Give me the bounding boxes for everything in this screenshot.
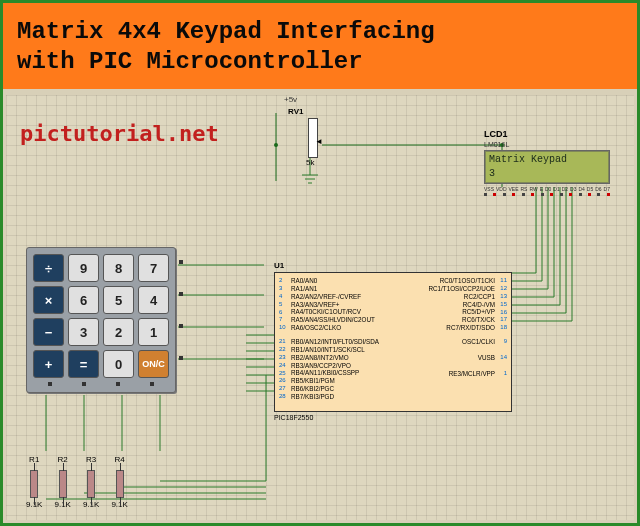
key-plus[interactable]: + — [33, 350, 64, 378]
keypad-col-pins — [33, 382, 169, 386]
title-banner: Matrix 4x4 Keypad Interfacing with PIC M… — [3, 3, 637, 89]
key-7[interactable]: 7 — [138, 254, 169, 282]
mcu-port-a: 2RA0/AN0 3RA1/AN1 4RA2/AN2/VREF-/CVREF 5… — [279, 277, 389, 332]
mcu-body: 2RA0/AN0 3RA1/AN1 4RA2/AN2/VREF-/CVREF 5… — [274, 272, 512, 412]
matrix-keypad: ÷ 9 8 7 × 6 5 4 − 3 2 1 + = 0 ON/C — [26, 247, 176, 393]
key-8[interactable]: 8 — [103, 254, 134, 282]
microcontroller: U1 2RA0/AN0 3RA1/AN1 4RA2/AN2/VREF-/CVRE… — [274, 261, 512, 421]
lcd-screen: Matrix Keypad 3 — [484, 150, 610, 184]
lcd-module: LCD1 LM016L Matrix Keypad 3 VSSVDDVEE RS… — [484, 129, 610, 196]
mcu-part: PIC18F2550 — [274, 414, 512, 421]
mcu-osc-misc: OSC1/CLKI9 VUSB14 RE3/MCLR/VPP1 — [397, 338, 507, 378]
mcu-port-c: RC0/T1OSO/T1CKI11 RC1/T1OSI/CCP2/UOE12 R… — [397, 277, 507, 332]
resistor-icon — [116, 470, 124, 498]
lcd-pin-dots — [484, 193, 610, 196]
key-divide[interactable]: ÷ — [33, 254, 64, 282]
resistor-icon — [87, 470, 95, 498]
rv1-value: 5k — [306, 158, 358, 167]
lcd-part: LM016L — [484, 141, 610, 148]
title-line-1: Matrix 4x4 Keypad Interfacing — [17, 17, 623, 47]
resistor-icon — [30, 470, 38, 498]
pulldown-resistors: R19.1K R29.1K R39.1K R49.1K — [26, 455, 128, 509]
watermark: pictutorial.net — [20, 121, 219, 146]
lcd-pin-labels: VSSVDDVEE RSRWE D0D1D2 D3D4D5 D6D7 — [484, 186, 610, 192]
key-5[interactable]: 5 — [103, 286, 134, 314]
lcd-ref: LCD1 — [484, 129, 610, 139]
resistor-icon — [59, 470, 67, 498]
keypad-row-pins — [179, 260, 183, 360]
key-6[interactable]: 6 — [68, 286, 99, 314]
pot-icon: ◄ — [308, 118, 318, 158]
key-0[interactable]: 0 — [103, 350, 134, 378]
title-line-2: with PIC Microcontroller — [17, 47, 623, 77]
vcc-label: +5v — [284, 95, 297, 104]
key-9[interactable]: 9 — [68, 254, 99, 282]
svg-point-38 — [274, 143, 278, 147]
key-multiply[interactable]: × — [33, 286, 64, 314]
mcu-port-b: 21RB0/AN12/INT0/FLT0/SDI/SDA 22RB1/AN10/… — [279, 338, 389, 401]
key-3[interactable]: 3 — [68, 318, 99, 346]
key-minus[interactable]: − — [33, 318, 64, 346]
key-4[interactable]: 4 — [138, 286, 169, 314]
resistor-r1: R19.1K — [26, 455, 42, 509]
key-1[interactable]: 1 — [138, 318, 169, 346]
potentiometer-rv1: RV1 ◄ 5k — [288, 107, 358, 167]
rv1-ref: RV1 — [288, 107, 358, 116]
key-2[interactable]: 2 — [103, 318, 134, 346]
resistor-r2: R29.1K — [54, 455, 70, 509]
schematic-canvas: pictutorial.net +5v RV1 ◄ 5k LCD1 LM016L… — [6, 95, 634, 520]
mcu-ref: U1 — [274, 261, 512, 270]
resistor-r3: R39.1K — [83, 455, 99, 509]
key-equals[interactable]: = — [68, 350, 99, 378]
resistor-r4: R49.1K — [111, 455, 127, 509]
key-on-c[interactable]: ON/C — [138, 350, 169, 378]
